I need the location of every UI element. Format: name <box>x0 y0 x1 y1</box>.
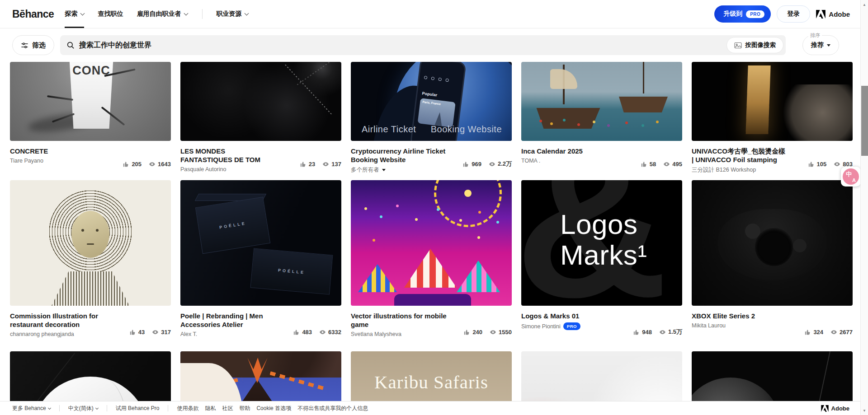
nail <box>47 95 73 101</box>
sort-value: 推荐 <box>811 41 824 49</box>
thumbs-up-icon <box>808 161 815 168</box>
footer-link-terms[interactable]: 使用条款 <box>177 405 198 412</box>
thumbs-up-icon <box>462 161 469 168</box>
footer-bar: 更多 Behance 中文(简体) 试用 Behance Pro 使用条款 隐私… <box>0 401 860 415</box>
scrollbar[interactable]: ▲ ▼ <box>860 0 868 415</box>
nav-divider <box>202 9 203 19</box>
project-title[interactable]: Inca Calendar 2025 <box>521 147 618 155</box>
login-button[interactable]: 登录 <box>777 5 810 23</box>
footer-link-cookie-prefs[interactable]: Cookie 首选项 <box>256 405 291 412</box>
thumbs-up-icon <box>293 329 300 336</box>
chevron-down-icon <box>95 406 99 409</box>
footer-link-help[interactable]: 帮助 <box>239 405 250 412</box>
project-stats: 240 1550 <box>463 312 512 351</box>
project-title[interactable]: XBOX Elite Series 2 <box>692 312 789 320</box>
footer-link-do-not-sell[interactable]: 不得出售或共享我的个人信息 <box>297 405 368 412</box>
views-eye-icon <box>830 329 837 336</box>
scrollbar-down-arrow[interactable]: ▼ <box>861 407 868 414</box>
adobe-label: Adobe <box>829 10 850 18</box>
behance-logo[interactable]: Bēhance <box>12 8 54 20</box>
views-count: 1643 <box>158 161 171 168</box>
project-card: XBOX Elite Series 2 Mikita Laurou 324 26… <box>692 180 853 351</box>
project-cover-logos-marks[interactable]: & Logos Marks¹ <box>521 180 682 306</box>
figures-dots <box>539 120 542 122</box>
brand-text: POÉLLE <box>278 268 306 275</box>
translate-widget[interactable]: 中 A <box>841 167 861 187</box>
likes-count: 205 <box>132 161 142 168</box>
project-author[interactable]: Svetlana Malysheva <box>351 331 401 337</box>
scrollbar-up-arrow[interactable]: ▲ <box>861 1 868 8</box>
project-author[interactable]: Simone Piontini <box>521 323 561 330</box>
footer-adobe-label: Adobe <box>831 405 849 412</box>
ship-mast <box>643 62 644 93</box>
filter-button[interactable]: 筛选 <box>12 35 54 55</box>
project-card: UNIVACCO考古學_包裝燙金樣 | UNIVACCO Foil stampi… <box>692 62 853 180</box>
project-author[interactable]: channarong pheangjanda <box>10 331 74 337</box>
adobe-brand[interactable]: Adobe <box>816 10 850 19</box>
project-author[interactable]: 三分設計 B126 Workshop <box>692 166 756 174</box>
project-title[interactable]: Logos & Marks 01 <box>521 312 618 320</box>
search-input[interactable] <box>60 35 786 55</box>
cover-caption-right: Booking Website <box>431 124 502 135</box>
nav-explore[interactable]: 探索 <box>65 0 84 28</box>
project-cover-carnival[interactable] <box>351 180 512 306</box>
project-cover-inca-calendar[interactable] <box>521 62 682 141</box>
project-cover-crypto-airline[interactable]: Popular Paris, France Airline Ticket Boo… <box>351 62 512 141</box>
project-cover-engraving[interactable] <box>10 180 171 306</box>
project-title[interactable]: UNIVACCO考古學_包裝燙金樣 | UNIVACCO Foil stampi… <box>692 147 789 164</box>
nav-find-jobs[interactable]: 查找职位 <box>98 0 123 28</box>
nav-career-resources-label: 职业资源 <box>216 10 241 18</box>
views-eye-icon <box>322 161 329 168</box>
project-cover-les-mondes[interactable] <box>180 62 341 141</box>
city-label: Paris, France <box>422 100 441 106</box>
ship-sail <box>550 69 577 89</box>
thumbs-up-icon <box>641 161 647 168</box>
project-card: & Logos Marks¹ Logos & Marks 01 Simone P… <box>521 180 682 351</box>
project-card: CONC CONCRETE Tiare Payano 205 1643 <box>10 62 171 180</box>
footer-locale-select[interactable]: 中文(简体) <box>68 405 94 412</box>
project-meta: CONCRETE Tiare Payano 205 1643 <box>10 147 171 180</box>
project-author[interactable]: TOMA . <box>521 158 540 164</box>
upgrade-to-pro-button[interactable]: 升级到 PRO <box>714 5 771 23</box>
footer-try-pro-link[interactable]: 试用 Behance Pro <box>116 405 160 412</box>
project-author[interactable]: Pasquale Autorino <box>180 166 226 173</box>
project-author[interactable]: Tiare Payano <box>10 158 43 164</box>
thumbs-up-icon <box>129 329 136 336</box>
sort-label: 排序 <box>808 32 822 39</box>
image-search-button[interactable]: 按图像搜索 <box>726 37 784 53</box>
project-stats: 58 495 <box>641 148 682 180</box>
scrollbar-thumb[interactable] <box>861 86 868 156</box>
chevron-down-icon <box>184 11 189 16</box>
project-cover-xbox[interactable] <box>692 180 853 306</box>
nav-career-resources[interactable]: 职业资源 <box>216 0 248 28</box>
paris-card: Paris, France <box>418 98 456 127</box>
likes-count: 105 <box>817 161 827 168</box>
footer-more-behance[interactable]: 更多 Behance <box>12 405 46 412</box>
project-cover-concrete[interactable]: CONC <box>10 62 171 141</box>
cover-line2: Marks¹ <box>560 240 647 270</box>
project-title[interactable]: Commission Illustration for restaurant d… <box>10 312 107 329</box>
cover-title-text: Logos Marks¹ <box>560 209 647 270</box>
project-title[interactable]: LES MONDES FANTASTIQUES DE TOM <box>180 147 278 164</box>
project-author[interactable]: Mikita Laurou <box>692 322 726 329</box>
footer-link-community[interactable]: 社区 <box>222 405 233 412</box>
project-meta: Inca Calendar 2025 TOMA . 58 495 <box>521 147 682 180</box>
project-author[interactable]: Alex T. <box>180 331 197 337</box>
footer-link-privacy[interactable]: 隐私 <box>205 405 216 412</box>
project-cover-univacco[interactable] <box>692 62 853 141</box>
project-title[interactable]: Vector illustrations for mobile game <box>351 312 448 329</box>
nav-hire-freelancers[interactable]: 雇用自由职业者 <box>137 0 188 28</box>
portrait-body <box>52 271 129 306</box>
project-cover-poelle[interactable]: POÉLLE POÉLLE <box>180 180 341 306</box>
project-owners[interactable]: 多个所有者 <box>351 166 379 174</box>
views-count: 317 <box>161 329 171 336</box>
carousel-base <box>394 294 471 306</box>
project-title[interactable]: Cryptocurrency Airline Ticket Booking We… <box>351 147 448 164</box>
project-title[interactable]: CONCRETE <box>10 147 107 155</box>
project-stats: 969 2.2万 <box>462 148 512 180</box>
views-eye-icon <box>490 329 496 336</box>
views-eye-icon <box>489 161 495 168</box>
footer-adobe-brand[interactable]: Adobe <box>821 405 849 412</box>
project-title[interactable]: Poelle | Rebranding | Men Accessories At… <box>180 312 278 329</box>
likes-count: 43 <box>138 329 145 336</box>
